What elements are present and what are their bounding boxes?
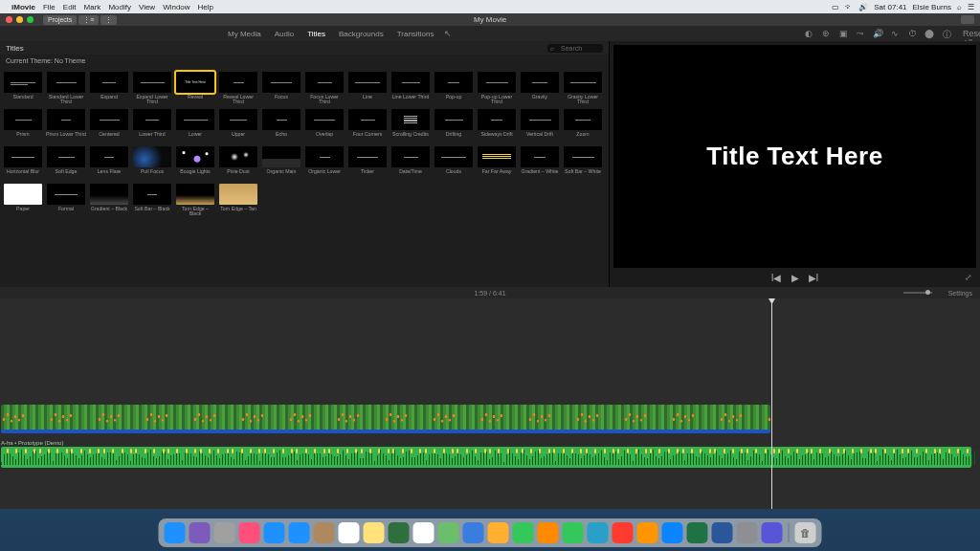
title-item[interactable]: Organic Main — [262, 146, 301, 180]
title-thumbnail[interactable] — [133, 72, 171, 93]
title-thumbnail[interactable] — [305, 72, 344, 93]
dock-app-appstore[interactable] — [662, 522, 683, 543]
audio-clip[interactable] — [1, 447, 971, 468]
dock-app-notes[interactable] — [364, 522, 385, 543]
menu-edit[interactable]: Edit — [63, 3, 77, 11]
title-item[interactable]: Date/Time — [391, 146, 430, 180]
title-item[interactable]: Scrolling Credits — [391, 109, 430, 143]
title-item[interactable]: Four Corners — [348, 109, 387, 143]
preview-canvas[interactable]: Title Text Here — [613, 45, 976, 268]
title-item[interactable]: Soft Bar – White — [564, 146, 602, 180]
title-item[interactable]: Soft Bar – Black — [133, 184, 171, 217]
noise-tool-icon[interactable]: ∿ — [890, 29, 900, 38]
dock-app-imovie[interactable] — [762, 522, 783, 543]
title-item[interactable]: Reveal Lower Third — [219, 72, 257, 105]
title-thumbnail[interactable] — [521, 109, 559, 130]
title-thumbnail[interactable] — [564, 146, 602, 167]
title-thumbnail[interactable] — [176, 146, 214, 167]
title-thumbnail[interactable] — [348, 109, 387, 130]
notification-center-icon[interactable]: ☰ — [968, 3, 974, 11]
color-correct-icon[interactable]: ⊛ — [821, 29, 831, 38]
dock-app-contacts[interactable] — [314, 522, 335, 543]
menu-modify[interactable]: Modify — [108, 3, 131, 11]
title-item[interactable]: Focus Lower Third — [305, 72, 344, 105]
dock-app-word[interactable] — [712, 522, 733, 543]
menu-help[interactable]: Help — [198, 3, 213, 11]
tab-titles[interactable]: Titles — [307, 30, 325, 38]
title-thumbnail[interactable] — [305, 146, 344, 167]
close-window-button[interactable] — [6, 16, 12, 23]
prev-frame-button[interactable]: I◀ — [771, 273, 782, 283]
dock-app-launchpad[interactable] — [214, 522, 235, 543]
dock-app-photobooth[interactable] — [488, 522, 509, 543]
title-thumbnail[interactable] — [391, 72, 430, 93]
title-item[interactable]: Lower Third — [133, 109, 171, 143]
dock-app-safari-compass[interactable] — [189, 522, 211, 543]
title-item[interactable]: Soft Edge — [47, 146, 85, 180]
title-item[interactable]: Gravity — [521, 72, 559, 105]
tab-transitions[interactable]: Transitions — [397, 30, 434, 38]
library-segment-2[interactable]: ⋮ — [100, 15, 117, 25]
menubar-clock[interactable]: Sat 07:41 — [874, 3, 906, 11]
title-thumbnail[interactable] — [521, 72, 559, 93]
title-thumbnail[interactable] — [176, 184, 214, 205]
timeline-settings-button[interactable]: Settings — [948, 290, 972, 297]
title-thumbnail[interactable] — [133, 184, 171, 205]
dock-app-clock[interactable] — [389, 522, 410, 543]
title-thumbnail[interactable] — [348, 72, 387, 93]
title-thumbnail[interactable] — [47, 72, 85, 93]
menubar-user[interactable]: Elsie Burns — [913, 3, 951, 11]
title-thumbnail[interactable] — [478, 109, 516, 130]
title-thumbnail[interactable] — [478, 146, 516, 167]
title-thumbnail[interactable] — [478, 72, 516, 93]
dock-app-excel[interactable] — [687, 522, 708, 543]
fullscreen-button[interactable]: ⤢ — [965, 273, 972, 282]
title-thumbnail[interactable] — [434, 109, 473, 130]
title-thumbnail[interactable] — [391, 109, 430, 130]
title-thumbnail[interactable] — [262, 146, 301, 167]
title-item[interactable]: Prism — [4, 109, 42, 143]
spotlight-icon[interactable]: ⌕ — [957, 3, 962, 11]
title-item[interactable]: Gradient – White — [521, 146, 559, 180]
playhead[interactable] — [771, 298, 772, 509]
menu-view[interactable]: View — [139, 3, 155, 11]
title-item[interactable]: Centered — [90, 109, 128, 143]
menu-file[interactable]: File — [43, 3, 56, 11]
dock-app-books[interactable] — [637, 522, 658, 543]
title-item[interactable]: Paper — [4, 184, 42, 217]
title-item[interactable]: Prism Lower Third — [47, 109, 85, 143]
dock-app-safari[interactable] — [264, 522, 285, 543]
title-item[interactable]: Zoom — [564, 109, 602, 143]
title-item[interactable]: Focus — [262, 72, 301, 105]
dock-app-help[interactable] — [737, 522, 758, 543]
dock-app-facetime[interactable] — [563, 522, 584, 543]
title-thumbnail[interactable] — [133, 146, 171, 167]
title-thumbnail[interactable] — [219, 146, 257, 167]
title-item[interactable]: Line — [348, 72, 387, 105]
title-item[interactable]: Title Text HereReveal — [176, 72, 214, 105]
minimize-window-button[interactable] — [16, 16, 23, 23]
filter-tool-icon[interactable]: ⬤ — [924, 29, 934, 38]
dock-app-reminders[interactable] — [413, 522, 434, 543]
title-item[interactable]: Gradient – Black — [90, 184, 128, 217]
dock-app-calendar[interactable] — [339, 522, 360, 543]
title-thumbnail[interactable] — [564, 109, 602, 130]
title-item[interactable]: Pop-up Lower Third — [478, 72, 516, 105]
title-item[interactable]: Line Lower Third — [391, 72, 430, 105]
projects-button[interactable]: Projects — [43, 15, 77, 25]
title-thumbnail[interactable] — [47, 146, 85, 167]
title-thumbnail[interactable] — [219, 184, 257, 205]
viewer-select-tool-icon[interactable]: ↖ — [444, 29, 452, 38]
title-item[interactable]: Overlap — [305, 109, 344, 143]
dock-app-music[interactable] — [612, 522, 634, 543]
menu-window[interactable]: Window — [163, 3, 189, 11]
title-thumbnail[interactable] — [90, 109, 128, 130]
title-thumbnail[interactable] — [305, 109, 344, 130]
next-frame-button[interactable]: ▶I — [809, 273, 819, 283]
dock-trash[interactable]: 🗑 — [795, 522, 816, 543]
title-thumbnail[interactable] — [434, 146, 473, 167]
library-toggle[interactable]: Projects ⋮≡ ⋮ — [43, 15, 117, 25]
dock-app-app1[interactable] — [463, 522, 484, 543]
search-input[interactable]: Search — [547, 44, 603, 53]
dock-app-mail[interactable] — [289, 522, 310, 543]
